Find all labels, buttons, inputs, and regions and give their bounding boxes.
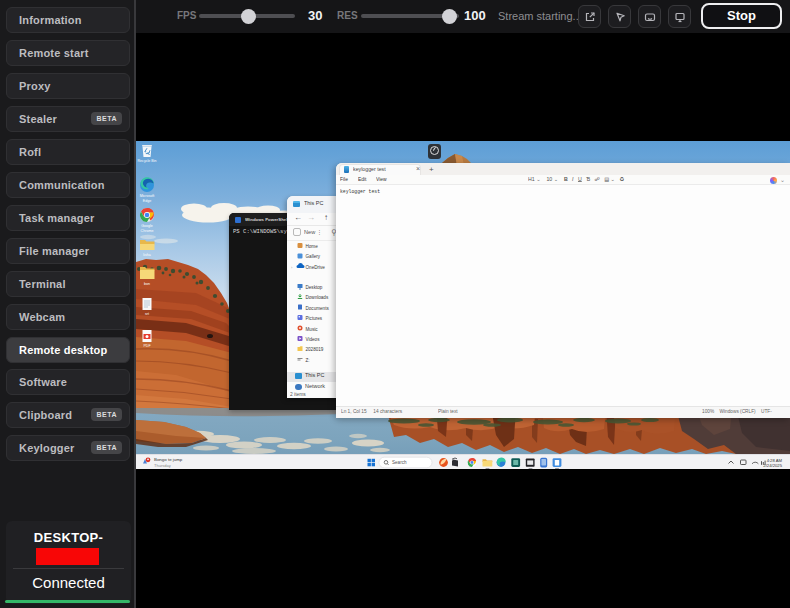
svg-text:Home: Home bbox=[306, 244, 319, 249]
svg-text:Recycle Bin: Recycle Bin bbox=[138, 159, 157, 163]
svg-text:Pictures: Pictures bbox=[306, 316, 323, 321]
svg-text:Documents: Documents bbox=[306, 306, 330, 311]
svg-text:Search: Search bbox=[392, 460, 407, 465]
svg-text:Google: Google bbox=[141, 224, 153, 228]
svg-text:Gallery: Gallery bbox=[306, 254, 321, 259]
svg-text:2028019: 2028019 bbox=[306, 347, 324, 352]
svg-text:srt: srt bbox=[145, 312, 149, 316]
svg-text:OneDrive: OneDrive bbox=[306, 265, 326, 270]
svg-text:PDF: PDF bbox=[143, 344, 151, 348]
svg-text:Downloads: Downloads bbox=[306, 295, 329, 300]
svg-text:Microsoft: Microsoft bbox=[140, 194, 155, 198]
svg-text:›: › bbox=[291, 265, 293, 270]
svg-text:ksha: ksha bbox=[143, 253, 151, 257]
svg-text:2/24/2025: 2/24/2025 bbox=[763, 463, 782, 468]
svg-text:Chrome: Chrome bbox=[141, 229, 154, 233]
svg-text:Desktop: Desktop bbox=[306, 285, 323, 290]
svg-text:Videos: Videos bbox=[306, 337, 321, 342]
svg-text:bon: bon bbox=[144, 282, 150, 286]
svg-text:Thursday: Thursday bbox=[154, 463, 171, 468]
svg-text:Edge: Edge bbox=[143, 199, 151, 203]
svg-text:Music: Music bbox=[306, 327, 319, 332]
svg-text:Z:: Z: bbox=[306, 358, 310, 363]
